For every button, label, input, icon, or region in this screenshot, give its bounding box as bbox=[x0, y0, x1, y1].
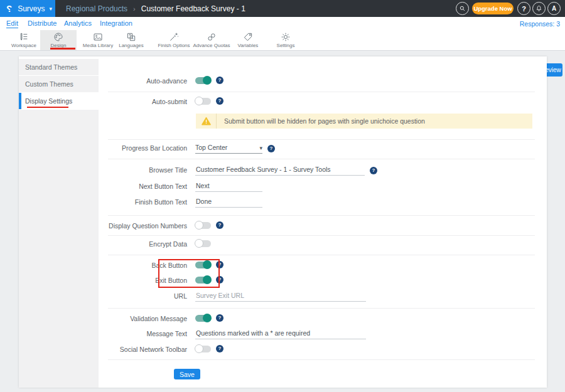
setting-row-message-text: Message Text bbox=[0, 329, 565, 339]
setting-row-finish-button-text: Finish Button Text bbox=[0, 198, 565, 208]
help-icon[interactable]: ? bbox=[267, 145, 275, 152]
auto-submit-toggle[interactable] bbox=[195, 98, 211, 105]
setting-label: URL bbox=[75, 292, 187, 300]
breadcrumb-current-title: Customer Feedback Survey - 1 bbox=[141, 4, 245, 13]
upgrade-now-button[interactable]: Upgrade Now bbox=[472, 3, 514, 14]
tab-variables[interactable]: Variables bbox=[230, 30, 266, 50]
toggle-knob bbox=[203, 76, 212, 85]
advance-quotas-icon bbox=[207, 32, 217, 42]
top-header-bar: ? Surveys ▾ Regional Products › Customer… bbox=[0, 0, 565, 17]
survey-section-nav: Edit Distribute Analytics Integration Re… bbox=[0, 17, 565, 30]
row-divider bbox=[108, 308, 535, 309]
browser-title-input[interactable] bbox=[195, 166, 365, 176]
auto-advance-toggle[interactable] bbox=[195, 77, 211, 84]
warning-banner: Submit button will be hidden for pages w… bbox=[196, 114, 532, 129]
setting-row-back-button: Back Button ? bbox=[0, 261, 565, 271]
setting-label: Next Button Text bbox=[75, 183, 187, 190]
setting-label: Display Question Numbers bbox=[75, 222, 187, 230]
chevron-down-icon: ▾ bbox=[50, 6, 53, 12]
setting-row-encrypt-data: Encrypt Data bbox=[0, 240, 565, 250]
breadcrumb: Regional Products › Customer Feedback Su… bbox=[66, 0, 245, 17]
avatar: A bbox=[552, 5, 556, 12]
search-icon bbox=[459, 5, 466, 12]
tab-label: Languages bbox=[119, 43, 144, 48]
chevron-down-icon: ▾ bbox=[259, 145, 262, 151]
display-question-numbers-toggle[interactable] bbox=[195, 222, 211, 229]
survey-exit-url-input[interactable] bbox=[195, 292, 366, 302]
row-divider bbox=[108, 235, 535, 236]
setting-row-display-question-numbers: Display Question Numbers ? bbox=[0, 221, 565, 231]
social-network-toolbar-toggle[interactable] bbox=[195, 346, 211, 352]
product-menu-label: Surveys bbox=[18, 4, 45, 13]
sidebar-item-standard-themes[interactable]: Standard Themes bbox=[19, 59, 99, 75]
languages-icon: A bbox=[126, 32, 136, 42]
finish-button-text-input[interactable] bbox=[195, 198, 262, 208]
search-button[interactable] bbox=[456, 2, 469, 15]
active-tab-annotation-underline bbox=[50, 48, 75, 50]
surveys-product-menu[interactable]: ? Surveys ▾ bbox=[0, 0, 55, 17]
help-icon[interactable]: ? bbox=[216, 314, 223, 322]
setting-label: Message Text bbox=[75, 330, 187, 337]
tab-design[interactable]: Design bbox=[40, 30, 77, 50]
variables-icon bbox=[243, 32, 253, 42]
next-button-text-input[interactable] bbox=[195, 182, 262, 192]
help-menu-button[interactable]: ? bbox=[517, 2, 530, 15]
tab-media-library[interactable]: Media Library bbox=[80, 30, 116, 50]
setting-row-auto-submit: Auto-submit ? bbox=[0, 97, 565, 107]
setting-row-exit-url: URL bbox=[0, 292, 565, 302]
settings-icon bbox=[281, 32, 291, 42]
tab-label: Variables bbox=[238, 43, 259, 48]
validation-message-toggle[interactable] bbox=[195, 315, 211, 322]
question-mark-icon: ? bbox=[522, 5, 526, 13]
warning-text: Submit button will be hidden for pages w… bbox=[217, 117, 425, 125]
annotation-box bbox=[158, 259, 220, 288]
finish-options-icon bbox=[169, 32, 179, 42]
tab-workspace[interactable]: Workspace bbox=[6, 30, 42, 50]
help-icon[interactable]: ? bbox=[216, 97, 223, 105]
tab-label: Advance Quotas bbox=[193, 43, 230, 48]
toggle-knob bbox=[203, 314, 212, 322]
account-avatar-button[interactable]: A bbox=[547, 2, 561, 15]
setting-label: Finish Button Text bbox=[75, 198, 187, 206]
selected-option: Top Center bbox=[195, 144, 227, 151]
setting-row-next-button-text: Next Button Text bbox=[0, 182, 565, 192]
warning-icon bbox=[196, 114, 217, 129]
encrypt-data-toggle[interactable] bbox=[195, 240, 211, 247]
nav-tab-analytics[interactable]: Analytics bbox=[64, 19, 92, 27]
setting-row-exit-button: Exit Button ? bbox=[0, 276, 565, 286]
setting-label: Social Network Toolbar bbox=[75, 346, 187, 353]
nav-tab-edit[interactable]: Edit bbox=[6, 19, 18, 28]
save-button[interactable]: Save bbox=[174, 369, 200, 379]
row-divider bbox=[108, 359, 535, 360]
tab-label: Settings bbox=[277, 43, 295, 48]
bell-icon bbox=[535, 5, 542, 12]
nav-tab-integration[interactable]: Integration bbox=[100, 19, 132, 27]
help-icon[interactable]: ? bbox=[370, 167, 377, 174]
setting-row-social-network-toolbar: Social Network Toolbar ? bbox=[0, 345, 565, 355]
help-icon[interactable]: ? bbox=[216, 77, 223, 84]
tab-finish-options[interactable]: Finish Options bbox=[156, 30, 192, 50]
setting-label: Auto-submit bbox=[75, 98, 187, 105]
questionpro-logo-icon: ? bbox=[6, 3, 12, 14]
nav-tab-distribute[interactable]: Distribute bbox=[28, 19, 56, 27]
row-divider bbox=[108, 139, 535, 140]
toggle-knob bbox=[195, 221, 203, 230]
help-icon[interactable]: ? bbox=[216, 345, 223, 352]
toggle-knob bbox=[195, 239, 203, 248]
media-library-icon bbox=[93, 32, 103, 42]
setting-row-browser-title: Browser Title ? bbox=[0, 166, 565, 176]
tab-settings[interactable]: Settings bbox=[267, 30, 304, 50]
progress-bar-location-select[interactable]: Top Center ▾ bbox=[195, 144, 262, 154]
breadcrumb-parent-link[interactable]: Regional Products bbox=[66, 4, 127, 13]
design-icon bbox=[53, 32, 63, 42]
help-icon[interactable]: ? bbox=[216, 221, 223, 229]
notifications-button[interactable] bbox=[532, 2, 546, 15]
message-text-input[interactable] bbox=[195, 329, 366, 339]
responses-count[interactable]: Responses: 3 bbox=[520, 20, 560, 28]
row-divider bbox=[108, 255, 535, 255]
tab-advance-quotas[interactable]: Advance Quotas bbox=[193, 30, 230, 50]
edit-toolbar: Workspace Design Media Library A bbox=[0, 30, 565, 51]
svg-text:A: A bbox=[131, 36, 134, 40]
tab-label: Workspace bbox=[11, 43, 36, 48]
tab-languages[interactable]: A Languages bbox=[113, 30, 149, 50]
